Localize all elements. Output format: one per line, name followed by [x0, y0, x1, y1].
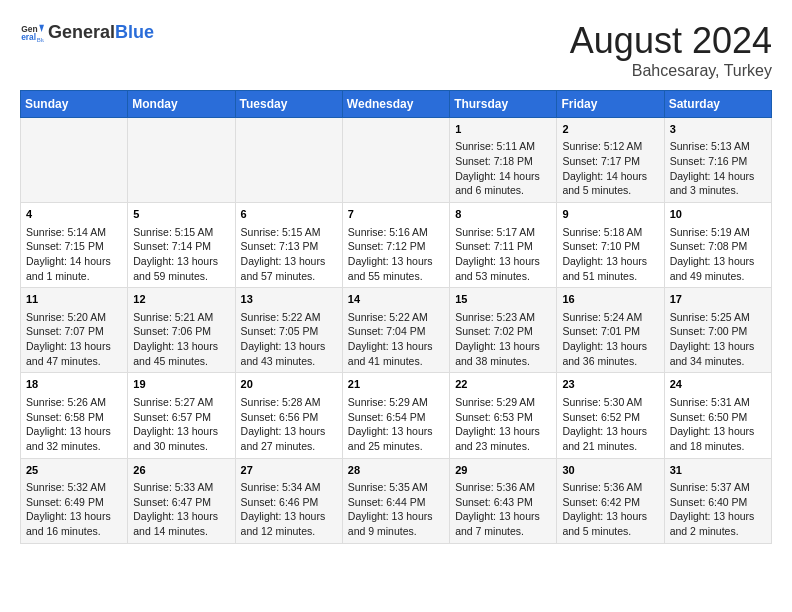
calendar-cell: 17Sunrise: 5:25 AMSunset: 7:00 PMDayligh…: [664, 288, 771, 373]
cell-text: Sunset: 6:40 PM: [670, 495, 766, 510]
cell-text: and 41 minutes.: [348, 354, 444, 369]
day-number: 3: [670, 122, 766, 137]
cell-text: Sunset: 7:01 PM: [562, 324, 658, 339]
day-number: 6: [241, 207, 337, 222]
title-area: August 2024 Bahcesaray, Turkey: [570, 20, 772, 80]
day-header-saturday: Saturday: [664, 91, 771, 118]
cell-text: Daylight: 13 hours: [670, 424, 766, 439]
day-number: 16: [562, 292, 658, 307]
cell-text: Sunrise: 5:14 AM: [26, 225, 122, 240]
week-row-3: 11Sunrise: 5:20 AMSunset: 7:07 PMDayligh…: [21, 288, 772, 373]
day-number: 18: [26, 377, 122, 392]
cell-text: Sunset: 7:12 PM: [348, 239, 444, 254]
cell-text: Sunset: 6:54 PM: [348, 410, 444, 425]
cell-text: Sunrise: 5:32 AM: [26, 480, 122, 495]
cell-text: Sunrise: 5:31 AM: [670, 395, 766, 410]
cell-text: Sunrise: 5:35 AM: [348, 480, 444, 495]
day-number: 22: [455, 377, 551, 392]
cell-text: and 2 minutes.: [670, 524, 766, 539]
calendar-cell: 28Sunrise: 5:35 AMSunset: 6:44 PMDayligh…: [342, 458, 449, 543]
cell-text: Daylight: 14 hours: [670, 169, 766, 184]
week-row-1: 1Sunrise: 5:11 AMSunset: 7:18 PMDaylight…: [21, 118, 772, 203]
day-number: 21: [348, 377, 444, 392]
calendar-table: SundayMondayTuesdayWednesdayThursdayFrid…: [20, 90, 772, 544]
day-number: 28: [348, 463, 444, 478]
cell-text: and 3 minutes.: [670, 183, 766, 198]
cell-text: Sunset: 7:02 PM: [455, 324, 551, 339]
day-number: 29: [455, 463, 551, 478]
cell-text: Sunset: 7:07 PM: [26, 324, 122, 339]
cell-text: Daylight: 13 hours: [348, 339, 444, 354]
day-number: 12: [133, 292, 229, 307]
logo-icon: Gen eral Blue: [20, 20, 44, 44]
day-number: 5: [133, 207, 229, 222]
cell-text: Daylight: 13 hours: [241, 254, 337, 269]
calendar-cell: 20Sunrise: 5:28 AMSunset: 6:56 PMDayligh…: [235, 373, 342, 458]
calendar-cell: 10Sunrise: 5:19 AMSunset: 7:08 PMDayligh…: [664, 203, 771, 288]
calendar-cell: 15Sunrise: 5:23 AMSunset: 7:02 PMDayligh…: [450, 288, 557, 373]
day-number: 25: [26, 463, 122, 478]
cell-text: Sunrise: 5:27 AM: [133, 395, 229, 410]
cell-text: Sunset: 6:49 PM: [26, 495, 122, 510]
cell-text: Daylight: 13 hours: [348, 424, 444, 439]
cell-text: Sunset: 7:16 PM: [670, 154, 766, 169]
day-number: 10: [670, 207, 766, 222]
calendar-cell: 11Sunrise: 5:20 AMSunset: 7:07 PMDayligh…: [21, 288, 128, 373]
cell-text: Sunrise: 5:17 AM: [455, 225, 551, 240]
cell-text: Sunset: 7:14 PM: [133, 239, 229, 254]
calendar-cell: 25Sunrise: 5:32 AMSunset: 6:49 PMDayligh…: [21, 458, 128, 543]
day-header-monday: Monday: [128, 91, 235, 118]
calendar-cell: [235, 118, 342, 203]
cell-text: Daylight: 14 hours: [562, 169, 658, 184]
cell-text: Sunrise: 5:13 AM: [670, 139, 766, 154]
cell-text: Sunrise: 5:15 AM: [133, 225, 229, 240]
cell-text: and 9 minutes.: [348, 524, 444, 539]
cell-text: and 21 minutes.: [562, 439, 658, 454]
cell-text: and 49 minutes.: [670, 269, 766, 284]
cell-text: Sunset: 6:50 PM: [670, 410, 766, 425]
day-number: 19: [133, 377, 229, 392]
cell-text: and 53 minutes.: [455, 269, 551, 284]
calendar-cell: 26Sunrise: 5:33 AMSunset: 6:47 PMDayligh…: [128, 458, 235, 543]
cell-text: Sunrise: 5:11 AM: [455, 139, 551, 154]
cell-text: Sunrise: 5:29 AM: [455, 395, 551, 410]
cell-text: Sunrise: 5:24 AM: [562, 310, 658, 325]
cell-text: Daylight: 13 hours: [670, 254, 766, 269]
day-number: 1: [455, 122, 551, 137]
cell-text: Daylight: 13 hours: [562, 339, 658, 354]
cell-text: Daylight: 13 hours: [670, 509, 766, 524]
day-header-sunday: Sunday: [21, 91, 128, 118]
cell-text: Sunset: 6:44 PM: [348, 495, 444, 510]
cell-text: Sunset: 6:43 PM: [455, 495, 551, 510]
calendar-cell: 9Sunrise: 5:18 AMSunset: 7:10 PMDaylight…: [557, 203, 664, 288]
days-header-row: SundayMondayTuesdayWednesdayThursdayFrid…: [21, 91, 772, 118]
cell-text: and 14 minutes.: [133, 524, 229, 539]
cell-text: Sunset: 6:47 PM: [133, 495, 229, 510]
cell-text: Daylight: 13 hours: [133, 509, 229, 524]
cell-text: Daylight: 13 hours: [26, 424, 122, 439]
cell-text: Sunset: 7:15 PM: [26, 239, 122, 254]
cell-text: Sunrise: 5:36 AM: [455, 480, 551, 495]
cell-text: and 57 minutes.: [241, 269, 337, 284]
day-header-wednesday: Wednesday: [342, 91, 449, 118]
calendar-cell: 31Sunrise: 5:37 AMSunset: 6:40 PMDayligh…: [664, 458, 771, 543]
calendar-cell: 29Sunrise: 5:36 AMSunset: 6:43 PMDayligh…: [450, 458, 557, 543]
cell-text: and 18 minutes.: [670, 439, 766, 454]
cell-text: and 55 minutes.: [348, 269, 444, 284]
cell-text: Sunrise: 5:15 AM: [241, 225, 337, 240]
calendar-cell: 1Sunrise: 5:11 AMSunset: 7:18 PMDaylight…: [450, 118, 557, 203]
week-row-5: 25Sunrise: 5:32 AMSunset: 6:49 PMDayligh…: [21, 458, 772, 543]
cell-text: Sunset: 7:18 PM: [455, 154, 551, 169]
cell-text: Sunrise: 5:23 AM: [455, 310, 551, 325]
cell-text: Daylight: 13 hours: [455, 509, 551, 524]
day-number: 11: [26, 292, 122, 307]
day-header-tuesday: Tuesday: [235, 91, 342, 118]
cell-text: Sunrise: 5:26 AM: [26, 395, 122, 410]
cell-text: Sunset: 6:53 PM: [455, 410, 551, 425]
cell-text: Daylight: 13 hours: [241, 424, 337, 439]
cell-text: and 23 minutes.: [455, 439, 551, 454]
week-row-2: 4Sunrise: 5:14 AMSunset: 7:15 PMDaylight…: [21, 203, 772, 288]
cell-text: Daylight: 13 hours: [562, 509, 658, 524]
calendar-cell: 24Sunrise: 5:31 AMSunset: 6:50 PMDayligh…: [664, 373, 771, 458]
cell-text: and 34 minutes.: [670, 354, 766, 369]
